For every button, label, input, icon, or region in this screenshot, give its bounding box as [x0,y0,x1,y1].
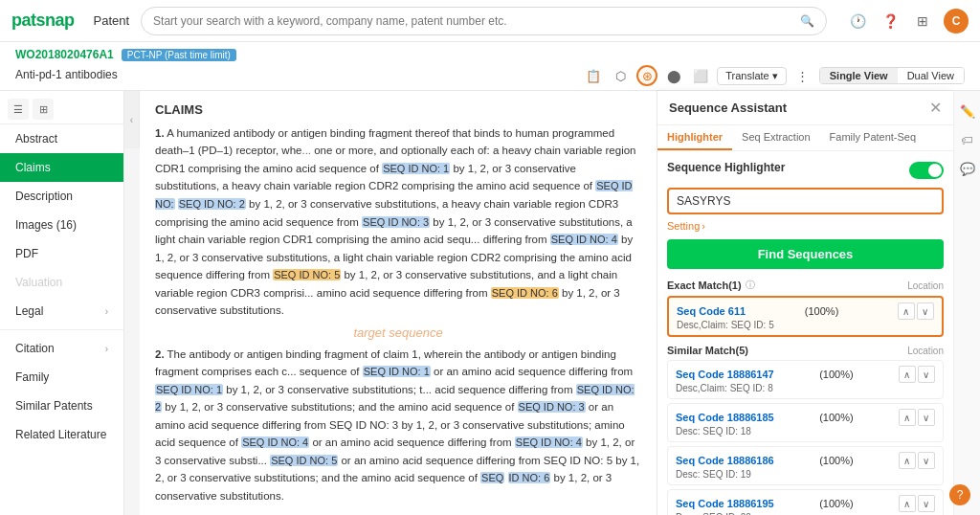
sequence-assistant-panel: Sequence Assistant ✕ Highlighter Seq Ext… [657,91,953,515]
sidebar-item-pdf[interactable]: PDF [0,239,123,268]
toggle-dot [928,164,942,177]
sidebar: ☰ ⊞ Abstract Claims Description Images (… [0,91,124,515]
exact-match-desc-0: Desc,Claim: SEQ ID: 5 [677,320,934,330]
doc-badge: PCT-NP (Past time limit) [122,49,236,61]
single-view-btn[interactable]: Single View [820,68,898,83]
edge-edit-icon[interactable]: ✏️ [957,101,978,122]
more-options-icon[interactable]: ⋮ [792,65,813,86]
exact-match-next-btn[interactable]: ∨ [917,302,934,320]
seq-panel-header: Sequence Assistant ✕ [657,91,953,125]
sidebar-item-family[interactable]: Family [0,363,123,392]
similar-match-item-1[interactable]: Seq Code 18886185 (100%) ∧ ∨ Desc: SEQ I… [667,403,944,442]
seq-highlighter-toggle-row: Sequence Highlighter [667,161,944,180]
similar-match-item-0[interactable]: Seq Code 18886147 (100%) ∧ ∨ Desc,Claim:… [667,360,944,399]
similar-match-prev-1[interactable]: ∧ [899,409,916,426]
info-icon: ⓘ [746,279,755,292]
seq-panel-title: Sequence Assistant [669,101,787,115]
similar-match-next-0[interactable]: ∨ [918,366,935,383]
edge-tag-icon[interactable]: 🏷 [957,129,978,150]
sidebar-item-claims[interactable]: Claims [0,153,123,182]
similar-match-item-3[interactable]: Seq Code 18886195 (100%) ∧ ∨ Desc: SEQ I… [667,489,944,515]
exact-match-nav-0: ∧ ∨ [898,302,934,320]
find-sequences-btn[interactable]: Find Sequences [667,239,944,269]
sidebar-item-abstract[interactable]: Abstract [0,124,123,153]
similar-match-prev-3[interactable]: ∧ [899,495,916,512]
edge-chat-icon[interactable]: 💬 [957,158,978,179]
exact-match-location: Location [907,280,944,291]
layout-icon[interactable]: ⬜ [690,65,711,86]
similar-match-pct-3: (100%) [819,498,853,509]
sidebar-bottom-section: Citation › Family Similar Patents Relate… [0,334,123,449]
share-icon[interactable]: ⬡ [610,65,631,86]
search-icon: 🔍 [800,14,814,28]
help-icon[interactable]: ❓ [879,10,902,33]
sidebar-item-images[interactable]: Images (16) [0,211,123,239]
similar-match-nav-3: ∧ ∨ [899,495,935,512]
sidebar-item-related-literature[interactable]: Related Literature [0,420,123,449]
similar-match-code-0: Seq Code 18886147 [676,369,774,380]
similar-match-location: Location [907,346,944,356]
translate-btn[interactable]: Translate ▾ [717,67,786,85]
similar-match-desc-1: Desc: SEQ ID: 18 [676,426,935,437]
help-bottom-icon[interactable]: ? [949,484,970,505]
sidebar-item-description[interactable]: Description [0,182,123,211]
similar-match-section: Similar Match(5) Location Seq Code 18886… [667,345,944,515]
seq-panel-close-btn[interactable]: ✕ [929,99,942,117]
similar-match-desc-2: Desc: SEQ ID: 19 [676,469,935,480]
tab-seq-extraction[interactable]: Seq Extraction [732,125,820,150]
similar-match-code-3: Seq Code 18886195 [676,498,774,509]
sidebar-item-legal[interactable]: Legal › [0,297,123,325]
similar-match-next-2[interactable]: ∨ [918,452,935,469]
seq-search-input[interactable] [667,188,944,214]
search-bar[interactable]: 🔍 [141,7,827,35]
setting-chevron-icon: › [702,220,705,232]
similar-match-title: Similar Match(5) [667,345,748,356]
sidebar-area: ☰ ⊞ Abstract Claims Description Images (… [0,91,140,515]
exact-match-pct-0: (100%) [805,305,838,317]
highlighter-toggle[interactable] [909,162,944,179]
exact-match-prev-btn[interactable]: ∧ [898,302,915,320]
similar-match-pct-2: (100%) [819,455,853,466]
sidebar-item-citation[interactable]: Citation › [0,334,123,363]
doc-header: WO2018020476A1 PCT-NP (Past time limit) … [0,42,980,91]
similar-match-prev-2[interactable]: ∧ [899,452,916,469]
dual-view-btn[interactable]: Dual View [898,68,964,83]
sidebar-top: ☰ ⊞ [0,91,123,124]
sidebar-item-valuation: Valuation [0,268,123,297]
tab-highlighter[interactable]: Highlighter [657,125,732,150]
setting-link[interactable]: Setting › [667,220,944,232]
similar-match-next-1[interactable]: ∨ [918,409,935,426]
exact-match-title: Exact Match(1) [667,280,742,291]
sidebar-list-icon[interactable]: ☰ [8,99,29,120]
sidebar-collapse-btn[interactable]: ‹ [124,91,140,148]
claim-2: 2. The antibody or antigen binding fragm… [155,346,641,505]
history-icon[interactable]: 🕐 [846,10,869,33]
doc-id: WO2018020476A1 [15,48,114,61]
sidebar-layout-icon[interactable]: ⊞ [33,99,54,120]
similar-match-nav-0: ∧ ∨ [899,366,935,383]
apps-icon[interactable]: ⊞ [911,10,934,33]
doc-toolbar: 📋 ⬡ ⊛ ⬤ ⬜ Translate ▾ ⋮ Single View Dual… [583,65,965,86]
sidebar-item-similar-patents[interactable]: Similar Patents [0,392,123,420]
nav-icons: 🕐 ❓ ⊞ C [846,9,969,34]
tab-family-patent-seq[interactable]: Family Patent-Seq [820,125,925,150]
exact-match-item-0[interactable]: Seq Code 611 (100%) ∧ ∨ Desc,Claim: SEQ … [667,296,944,337]
avatar[interactable]: C [944,9,969,34]
similar-match-nav-2: ∧ ∨ [899,452,935,469]
similar-match-item-2[interactable]: Seq Code 18886186 (100%) ∧ ∨ Desc: SEQ I… [667,446,944,485]
similar-match-next-3[interactable]: ∨ [918,495,935,512]
similar-match-code-2: Seq Code 18886186 [676,455,774,466]
similar-match-prev-0[interactable]: ∧ [899,366,916,383]
download-icon[interactable]: ⬤ [663,65,684,86]
nav-patent-link[interactable]: Patent [94,13,130,28]
similar-match-desc-0: Desc,Claim: SEQ ID: 8 [676,383,935,393]
translate-chevron-icon: ▾ [772,70,778,82]
similar-match-header: Similar Match(5) Location [667,345,944,356]
sequence-icon[interactable]: ⊛ [636,65,657,86]
search-input[interactable] [153,14,800,28]
target-sequence-label: target sequence [155,325,641,340]
doc-title: Anti-pd-1 antibodies [15,68,118,81]
main-layout: ☰ ⊞ Abstract Claims Description Images (… [0,91,980,515]
bookmark-icon[interactable]: 📋 [583,65,604,86]
content-area: CLAIMS 1. A humanized antibody or antige… [140,91,657,515]
